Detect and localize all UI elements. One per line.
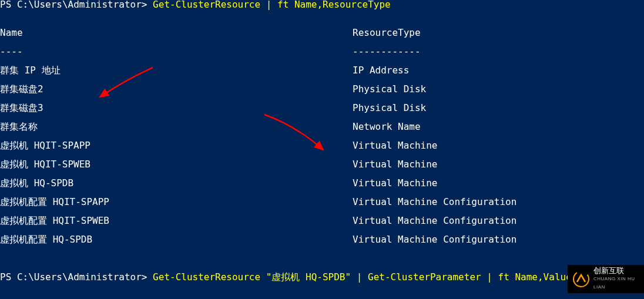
command-2-pre: Get-ClusterResource [153,271,266,283]
prompt-path: C:\Users\Administrator> [17,0,147,10]
table-row: 群集磁盘3Physical Disk [0,103,644,113]
table-row: 群集磁盘2Physical Disk [0,85,644,94]
table-row: 虚拟机配置 HQIT-SPWEBVirtual Machine Configur… [0,216,644,226]
table-row: 虚拟机配置 HQIT-SPAPPVirtual Machine Configur… [0,197,644,207]
command-line-1: PS C:\Users\Administrator> Get-ClusterRe… [0,0,644,9]
logo-icon [572,270,590,288]
svg-point-0 [572,270,590,288]
command-2-post: | Get-ClusterParameter | ft Name,Value [351,271,572,283]
table-row: 群集名称Network Name [0,122,644,132]
command-2-arg: "虚拟机 HQ-SPDB" [266,271,351,283]
table-row: 虚拟机 HQ-SPDBVirtual Machine [0,179,644,188]
table-row: 虚拟机配置 HQ-SPDBVirtual Machine Configurati… [0,235,644,244]
table-row: 虚拟机 HQIT-SPAPPVirtual Machine [0,141,644,150]
table-row: 虚拟机 HQIT-SPWEBVirtual Machine [0,160,644,169]
powershell-console[interactable]: PS C:\Users\Administrator> Get-ClusterRe… [0,0,644,299]
command-1-text: Get-ClusterResource | ft Name,ResourceTy… [153,0,391,10]
table1-divider: ---------------- [0,47,644,56]
table1-header: NameResourceType [0,28,644,38]
command-line-2: PS C:\Users\Administrator> Get-ClusterRe… [0,273,644,282]
console-output: PS C:\Users\Administrator> Get-ClusterRe… [0,0,644,299]
watermark-title: 创新互联 [593,266,624,275]
table-row: 群集 IP 地址IP Address [0,66,644,75]
prompt-ps: PS [0,0,17,10]
watermark-subtitle: CHUANG XIN HU LIAN [593,275,644,291]
watermark-text: 创新互联 CHUANG XIN HU LIAN [593,267,644,291]
watermark-logo: 创新互联 CHUANG XIN HU LIAN [568,265,644,293]
table1-header-type: ResourceType [353,28,421,38]
table1-header-name: Name [0,28,353,38]
